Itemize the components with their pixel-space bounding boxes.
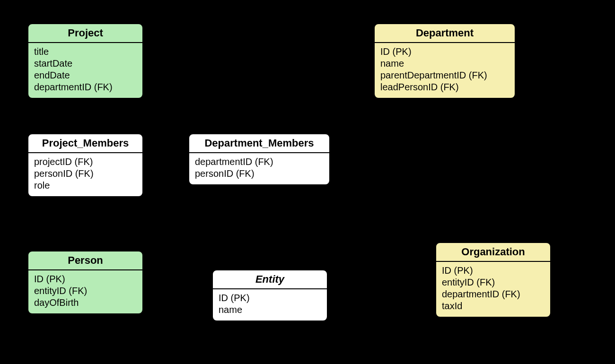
entity-project-members-attrs: projectID (FK) personID (FK) role	[28, 153, 142, 196]
attr: ID (PK)	[34, 273, 137, 285]
entity-department-attrs: ID (PK) name parentDepartmentID (FK) lea…	[375, 43, 515, 98]
entity-organization-attrs: ID (PK) entityID (FK) departmentID (FK) …	[436, 262, 550, 317]
attr: ID (PK)	[442, 265, 545, 277]
entity-department-members-attrs: departmentID (FK) personID (FK)	[189, 153, 329, 184]
entity-entity-attrs: ID (PK) name	[213, 289, 327, 321]
entity-person-title: Person	[28, 251, 142, 270]
entity-organization: Organization ID (PK) entityID (FK) depar…	[435, 242, 551, 318]
attr: ID (PK)	[380, 46, 509, 58]
attr: departmentID (FK)	[195, 156, 324, 168]
attr: startDate	[34, 58, 137, 69]
entity-organization-title: Organization	[436, 243, 550, 262]
attr: projectID (FK)	[34, 156, 137, 168]
attr: endDate	[34, 69, 137, 81]
attr: entityID (FK)	[442, 277, 545, 288]
entity-project-members: Project_Members projectID (FK) personID …	[27, 133, 143, 197]
entity-department-title: Department	[375, 24, 515, 43]
attr: leadPersonID (FK)	[380, 81, 509, 93]
attr: personID (FK)	[195, 168, 324, 180]
entity-person-attrs: ID (PK) entityID (FK) dayOfBirth	[28, 270, 142, 313]
attr: departmentID (FK)	[34, 81, 137, 93]
attr: taxId	[442, 300, 545, 312]
attr: entityID (FK)	[34, 285, 137, 297]
attr: departmentID (FK)	[442, 288, 545, 300]
entity-project: Project title startDate endDate departme…	[27, 23, 143, 99]
er-diagram-canvas: Project title startDate endDate departme…	[0, 0, 615, 364]
attr: role	[34, 180, 137, 191]
entity-entity: Entity ID (PK) name	[212, 269, 328, 321]
attr: name	[219, 304, 321, 316]
entity-project-members-title: Project_Members	[28, 134, 142, 153]
entity-entity-title: Entity	[213, 270, 327, 289]
entity-project-attrs: title startDate endDate departmentID (FK…	[28, 43, 142, 98]
attr: ID (PK)	[219, 292, 321, 304]
attr: name	[380, 58, 509, 69]
attr: title	[34, 46, 137, 58]
entity-person: Person ID (PK) entityID (FK) dayOfBirth	[27, 251, 143, 314]
entity-department: Department ID (PK) name parentDepartment…	[374, 23, 516, 99]
attr: personID (FK)	[34, 168, 137, 180]
entity-department-members: Department_Members departmentID (FK) per…	[188, 133, 330, 185]
attr: parentDepartmentID (FK)	[380, 69, 509, 81]
entity-department-members-title: Department_Members	[189, 134, 329, 153]
attr: dayOfBirth	[34, 297, 137, 309]
entity-project-title: Project	[28, 24, 142, 43]
